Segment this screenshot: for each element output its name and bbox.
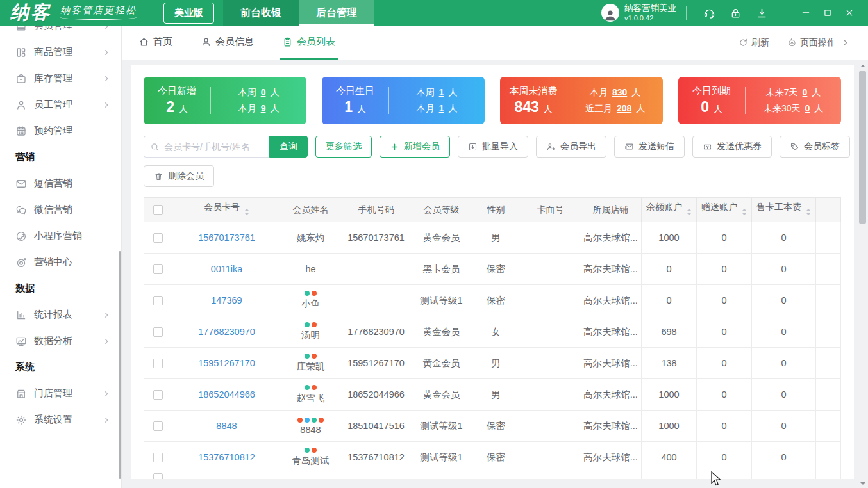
member-card-link[interactable]: 0011ika (211, 264, 243, 274)
maximize-button[interactable] (817, 2, 839, 24)
button-label: 会员导出 (560, 141, 596, 152)
会员标签-button[interactable]: 会员标签 (780, 136, 850, 158)
stat-detail-value[interactable]: 1 (439, 87, 444, 97)
sidebar-item-统计报表[interactable]: 统计报表 (0, 302, 118, 328)
cell-gender: 男 (471, 379, 521, 411)
member-card-link[interactable]: 147369 (211, 295, 242, 305)
member-card-link[interactable]: 15376710812 (198, 452, 255, 462)
column-header-售卡工本费[interactable]: 售卡工本费 (752, 198, 816, 222)
会员导出-button[interactable]: 会员导出 (536, 136, 606, 158)
member-card-link[interactable]: 17768230970 (198, 327, 255, 337)
row-checkbox[interactable] (153, 421, 163, 431)
lock-icon[interactable] (730, 7, 742, 19)
sidebar-item-会员管理[interactable]: 会员管理 (0, 26, 118, 39)
main-scrollbar-thumb[interactable] (859, 71, 866, 224)
cell-name: 小鱼 (281, 285, 340, 316)
page-ops-button[interactable]: 页面操作 (787, 37, 850, 49)
column-header-所属店铺[interactable]: 所属店铺 (580, 198, 642, 222)
minimize-button[interactable] (795, 2, 817, 24)
nav-前台收银[interactable]: 前台收银 (223, 0, 299, 26)
sort-caret[interactable] (687, 206, 692, 218)
cell (471, 473, 521, 480)
sidebar-item-微信营销[interactable]: 微信营销 (0, 197, 118, 223)
stat-detail-value[interactable]: 0 (261, 87, 266, 97)
avatar[interactable] (601, 4, 619, 22)
cell-gift: 0 (697, 442, 752, 473)
stat-card-unit: 人 (179, 104, 188, 115)
row-checkbox[interactable] (153, 233, 163, 243)
close-button[interactable] (839, 2, 860, 24)
cell-level: 测试等级1 (412, 285, 471, 316)
sidebar-item-员工管理[interactable]: 员工管理 (0, 92, 118, 118)
stat-detail-value[interactable]: 0 (805, 103, 810, 113)
sidebar-item-门店管理[interactable]: 门店管理 (0, 380, 118, 407)
sidebar-item-预约管理[interactable]: 预约管理 (0, 118, 118, 144)
cell-filler (816, 316, 841, 348)
row-checkbox[interactable] (153, 264, 163, 274)
stat-card-valrow: 1人 (344, 99, 366, 116)
search-input[interactable] (164, 142, 263, 152)
新增会员-button[interactable]: 新增会员 (380, 136, 450, 158)
member-card-link[interactable]: 15951267170 (198, 358, 255, 368)
search-button[interactable]: 查询 (269, 136, 308, 158)
tab-首页[interactable]: 首页 (136, 26, 175, 60)
cell-card-face (521, 254, 580, 285)
tab-会员信息[interactable]: 会员信息 (198, 26, 256, 60)
main-scrollbar[interactable] (858, 61, 867, 488)
sidebar-item-label: 营销中心 (34, 256, 72, 268)
column-header-赠送账户[interactable]: 赠送账户 (697, 198, 752, 222)
scroll-down-arrow[interactable] (858, 479, 867, 488)
column-header-手机号码[interactable]: 手机号码 (340, 198, 412, 222)
sidebar-item-短信营销[interactable]: 短信营销 (0, 170, 118, 197)
stat-detail-value[interactable]: 208 (617, 103, 631, 113)
row-checkbox[interactable] (153, 453, 163, 462)
stat-card-title: 今日到期 (692, 85, 731, 97)
select-all-column[interactable] (144, 198, 172, 222)
sidebar-item-营销中心[interactable]: 营销中心 (0, 249, 118, 275)
refresh-button[interactable]: 刷新 (739, 37, 769, 49)
row-checkbox[interactable] (153, 296, 163, 305)
更多筛选-button[interactable]: 更多筛选 (315, 136, 372, 158)
sort-caret[interactable] (742, 206, 747, 218)
column-header-余额账户[interactable]: 余额账户 (642, 198, 697, 222)
stat-detail-value[interactable]: 1 (439, 103, 444, 113)
column-header-会员姓名[interactable]: 会员姓名 (281, 198, 340, 222)
发送优惠券-button[interactable]: 发送优惠券 (692, 136, 772, 158)
report-icon (15, 309, 27, 321)
sidebar-item-系统设置[interactable]: 系统设置 (0, 407, 118, 433)
edition-badge[interactable]: 美业版 (163, 3, 214, 24)
scroll-up-arrow[interactable] (858, 61, 867, 70)
service-icon[interactable] (703, 7, 715, 19)
row-checkbox[interactable] (153, 473, 163, 479)
stat-detail-value[interactable]: 0 (803, 87, 808, 97)
sidebar-scrollbar-thumb[interactable] (119, 251, 121, 479)
cell-store: 高尔夫球馆... (580, 285, 642, 316)
sidebar-item-商品管理[interactable]: 商品管理 (0, 39, 118, 65)
sort-caret[interactable] (806, 206, 811, 218)
stat-detail-value[interactable]: 9 (261, 103, 266, 113)
cell-gender: 女 (471, 316, 521, 348)
plus-icon (390, 142, 399, 152)
tab-会员列表[interactable]: 会员列表 (280, 26, 338, 60)
删除会员-button[interactable]: 删除会员 (144, 165, 214, 187)
sidebar-item-库存管理[interactable]: 库存管理 (0, 65, 118, 92)
select-all-checkbox[interactable] (153, 205, 163, 215)
sidebar-item-小程序营销[interactable]: 小程序营销 (0, 223, 118, 249)
member-card-link[interactable]: 18652044966 (198, 389, 255, 400)
member-card-link[interactable]: 15670173761 (198, 232, 255, 243)
发送短信-button[interactable]: 发送短信 (614, 136, 685, 158)
stat-detail-value[interactable]: 830 (612, 87, 627, 97)
column-header-性别[interactable]: 性别 (471, 198, 521, 222)
column-header-卡面号[interactable]: 卡面号 (521, 198, 580, 222)
批量导入-button[interactable]: 批量导入 (458, 136, 528, 158)
sort-caret[interactable] (244, 206, 249, 218)
column-header-会员等级[interactable]: 会员等级 (412, 198, 471, 222)
download-icon[interactable] (756, 7, 768, 19)
nav-后台管理[interactable]: 后台管理 (299, 0, 374, 26)
row-checkbox[interactable] (153, 390, 163, 400)
row-checkbox[interactable] (153, 359, 163, 368)
sidebar-item-数据分析[interactable]: 数据分析 (0, 328, 118, 354)
member-card-link[interactable]: 8848 (216, 421, 237, 431)
column-header-会员卡号[interactable]: 会员卡号 (172, 198, 281, 222)
row-checkbox[interactable] (153, 327, 163, 337)
